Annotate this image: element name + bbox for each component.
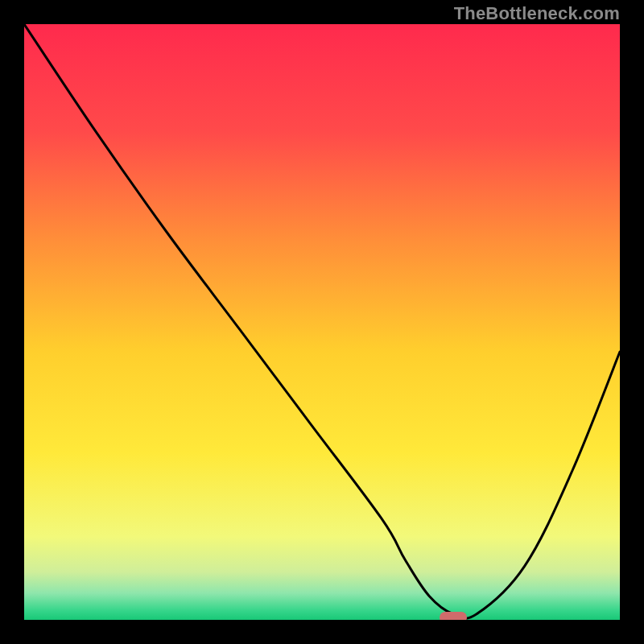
optimal-marker	[440, 612, 467, 620]
chart-frame: TheBottleneck.com	[0, 0, 644, 644]
plot-area	[24, 24, 620, 620]
bottleneck-curve	[24, 24, 620, 620]
watermark-text: TheBottleneck.com	[454, 3, 620, 24]
